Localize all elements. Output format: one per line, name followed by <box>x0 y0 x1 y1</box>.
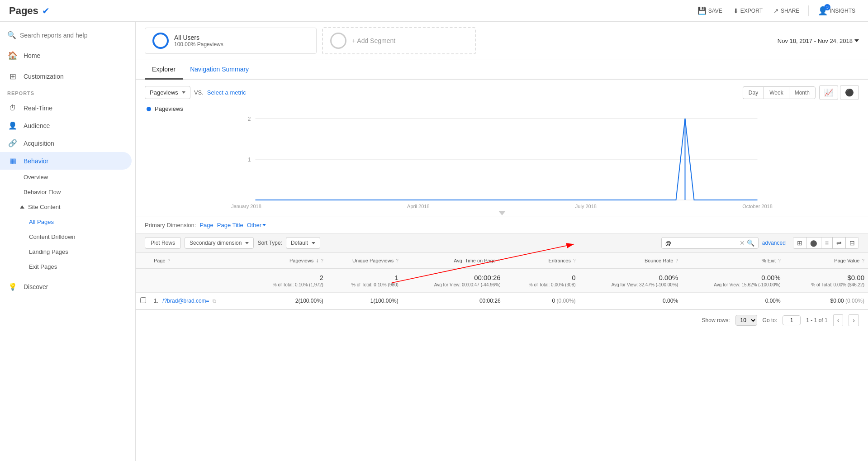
row-checkbox[interactable] <box>140 297 146 303</box>
x-label-jan: January 2018 <box>231 204 261 209</box>
sort-type-label: Sort Type: <box>257 240 282 246</box>
dim-page-link[interactable]: Page <box>199 222 213 228</box>
sidebar-item-behavior[interactable]: ▦ Behavior <box>0 152 132 170</box>
audience-icon: 👤 <box>7 121 18 130</box>
compare-view-btn[interactable]: ⇌ <box>833 238 846 248</box>
question-icon-upv[interactable]: ? <box>396 258 398 263</box>
data-table: Page ? Pageviews ↓ ? Unique Pageviews ? <box>136 253 868 309</box>
copy-link-icon[interactable]: ⧉ <box>213 298 216 304</box>
week-btn[interactable]: Week <box>764 86 788 99</box>
chart-scroll-icon[interactable] <box>498 211 506 215</box>
question-icon-pv[interactable]: ? <box>321 258 323 263</box>
tab-navigation-summary[interactable]: Navigation Summary <box>183 60 256 80</box>
segments-row: All Users 100.00% Pageviews + Add Segmen… <box>136 22 868 60</box>
next-page-btn[interactable]: › <box>849 314 859 326</box>
page-row-link[interactable]: /?brad@brad.com= <box>162 298 209 304</box>
chart-type-buttons: 📈 ⚫ <box>819 85 859 100</box>
sidebar-subitem-behavior-flow[interactable]: Behavior Flow <box>0 185 135 200</box>
sidebar-item-customization[interactable]: ⊞ Customization <box>0 66 135 87</box>
month-btn[interactable]: Month <box>789 86 816 99</box>
col-pct-exit-header[interactable]: % Exit ? <box>682 253 784 269</box>
prev-page-btn[interactable]: ‹ <box>833 314 844 326</box>
reports-section-label: REPORTS <box>0 87 135 100</box>
sidebar-item-realtime[interactable]: ⏱ Real-Time <box>0 100 135 117</box>
insights-button[interactable]: 👤 3 INSIGHTS <box>814 4 859 18</box>
sidebar-item-audience[interactable]: 👤 Audience <box>0 117 135 134</box>
save-button[interactable]: 💾 SAVE <box>694 5 726 17</box>
add-segment-btn[interactable]: + Add Segment <box>322 27 476 54</box>
other-dropdown[interactable]: Other <box>247 222 266 228</box>
sidebar-subitem-site-content[interactable]: Site Content <box>0 200 135 214</box>
secondary-dim-dropdown[interactable]: Secondary dimension <box>185 237 254 249</box>
table-totals-row: 2 % of Total: 0.10% (1,972) 1 % of Total… <box>136 269 868 293</box>
save-icon: 💾 <box>697 6 707 15</box>
goto-page-input[interactable] <box>783 315 801 325</box>
top-bar: Pages ✔ 💾 SAVE ⬇ EXPORT ↗ SHARE 👤 3 INSI… <box>0 0 868 22</box>
search-filter-input[interactable] <box>665 240 738 247</box>
col-pageviews-header[interactable]: Pageviews ↓ ? <box>247 253 327 269</box>
scatter-chart-btn[interactable]: ⚫ <box>840 85 859 100</box>
chart-controls: Pageviews VS. Select a metric Day Week M… <box>136 80 868 102</box>
plot-rows-button[interactable]: Plot Rows <box>145 237 181 249</box>
dim-page-title-link[interactable]: Page Title <box>217 222 243 228</box>
sidebar-subitem-all-pages[interactable]: All Pages <box>0 214 135 229</box>
insights-icon: 👤 3 <box>818 6 828 16</box>
sort-dropdown[interactable]: Default <box>286 237 320 249</box>
add-segment-circle <box>330 33 346 49</box>
col-entrances-header[interactable]: Entrances ? <box>504 253 579 269</box>
x-label-oct: October 2018 <box>742 204 773 209</box>
date-range-selector[interactable]: Nov 18, 2017 - Nov 24, 2018 <box>778 38 859 44</box>
sidebar-subitem-content-drilldown[interactable]: Content Drilldown <box>0 229 135 244</box>
svg-text:1: 1 <box>248 157 251 163</box>
data-table-container: Page ? Pageviews ↓ ? Unique Pageviews ? <box>136 253 868 309</box>
rows-per-page-select[interactable]: 10 <box>735 315 757 326</box>
show-rows-label: Show rows: <box>702 317 730 323</box>
select-metric-link[interactable]: Select a metric <box>207 89 246 96</box>
sidebar-subitem-exit-pages[interactable]: Exit Pages <box>0 259 135 274</box>
list-view-btn[interactable]: ≡ <box>821 238 833 248</box>
sidebar-item-home[interactable]: 🏠 Home <box>0 45 135 66</box>
col-bounce-rate-header[interactable]: Bounce Rate ? <box>579 253 682 269</box>
question-icon-br[interactable]: ? <box>676 258 678 263</box>
legend-dot <box>147 107 151 111</box>
question-icon-ent[interactable]: ? <box>573 258 576 263</box>
sidebar-subitem-landing-pages[interactable]: Landing Pages <box>0 244 135 259</box>
line-chart-btn[interactable]: 📈 <box>819 85 838 100</box>
day-btn[interactable]: Day <box>743 86 764 99</box>
pie-view-btn[interactable]: ⬤ <box>806 238 821 248</box>
all-users-segment: All Users 100.00% Pageviews <box>145 28 317 54</box>
behavior-section: ▦ Behavior <box>0 152 132 170</box>
clear-search-icon[interactable]: ✕ <box>740 239 745 247</box>
sidebar-subitem-overview[interactable]: Overview <box>0 170 135 185</box>
question-icon-at[interactable]: ? <box>498 258 501 263</box>
search-input[interactable] <box>20 32 128 39</box>
pivot-view-btn[interactable]: ⊟ <box>846 238 859 248</box>
question-icon-pval[interactable]: ? <box>862 258 864 263</box>
col-page-header[interactable]: Page ? <box>150 253 247 269</box>
primary-dimension-row: Primary Dimension: Page Page Title Other <box>136 217 868 233</box>
page-title: Pages ✔ <box>9 5 50 17</box>
grid-view-btn[interactable]: ⊞ <box>793 238 806 248</box>
chart-area: Pageviews 2 1 Janu <box>136 102 868 217</box>
question-icon[interactable]: ? <box>168 258 171 263</box>
sidebar-item-discover[interactable]: 💡 Discover <box>0 278 135 295</box>
x-label-apr: April 2018 <box>407 204 430 209</box>
metric-dropdown[interactable]: Pageviews <box>145 86 190 99</box>
sec-dim-chevron-icon <box>245 242 249 244</box>
share-button[interactable]: ↗ SHARE <box>770 5 803 16</box>
export-button[interactable]: ⬇ EXPORT <box>730 5 766 16</box>
goto-label: Go to: <box>763 317 778 323</box>
advanced-link[interactable]: advanced <box>762 240 786 246</box>
col-avg-time-header[interactable]: Avg. Time on Page ? <box>402 253 504 269</box>
tab-explorer[interactable]: Explorer <box>145 60 183 80</box>
discover-icon: 💡 <box>7 282 18 291</box>
question-icon-pe[interactable]: ? <box>778 258 781 263</box>
sidebar-item-acquisition[interactable]: 🔗 Acquisition <box>0 134 135 152</box>
sidebar: 🔍 🏠 Home ⊞ Customization REPORTS ⏱ Real-… <box>0 22 136 461</box>
home-icon: 🏠 <box>7 51 18 61</box>
col-checkbox <box>136 253 150 269</box>
col-unique-pv-header[interactable]: Unique Pageviews ? <box>327 253 402 269</box>
col-page-value-header[interactable]: Page Value ? <box>784 253 868 269</box>
search-execute-icon[interactable]: 🔍 <box>747 239 754 247</box>
svg-text:2: 2 <box>248 116 251 122</box>
